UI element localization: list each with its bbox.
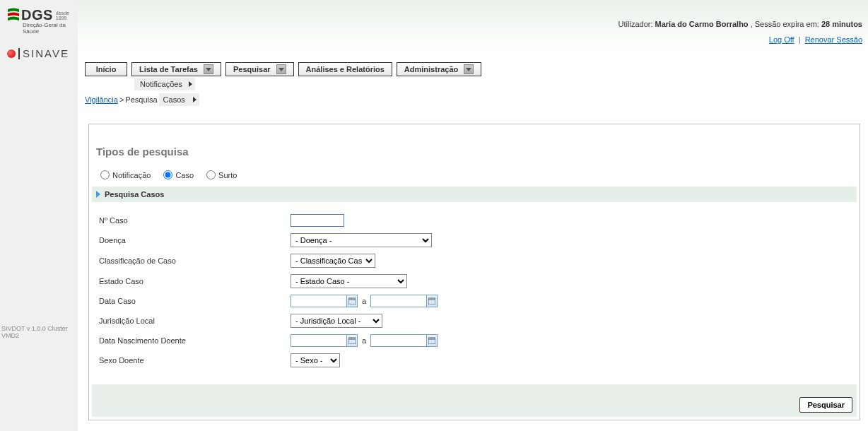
- renew-session-link[interactable]: Renovar Sessão: [805, 35, 862, 44]
- logo-sinave: SINAVE: [7, 47, 78, 59]
- calendar-icon[interactable]: [426, 295, 438, 307]
- chevron-right-icon: [193, 97, 197, 102]
- menu-lista-tarefas[interactable]: Lista de Tarefas: [131, 62, 221, 76]
- label-classificacao: Classificação de Caso: [96, 256, 291, 265]
- search-type-radios: Notificação Caso Surto: [89, 167, 860, 187]
- dropdown-icon: [276, 64, 286, 74]
- menu-analises[interactable]: Análises e Relatórios: [298, 62, 392, 76]
- menu-administracao[interactable]: Administração: [397, 62, 481, 76]
- menu-bar: Início Lista de Tarefas Pesquisar Anális…: [85, 62, 481, 76]
- search-button[interactable]: Pesquisar: [799, 397, 852, 413]
- version-text: SIVDOT v 1.0.0 Cluster VMD2: [1, 325, 78, 339]
- expand-icon: [96, 191, 100, 198]
- sinave-text: SINAVE: [23, 47, 69, 59]
- logoff-link[interactable]: Log Off: [769, 35, 794, 44]
- label-sexo: Sexo Doente: [96, 356, 291, 365]
- select-jurisdicao[interactable]: - Jurisdição Local -: [291, 314, 382, 328]
- svg-rect-2: [428, 298, 435, 305]
- section-header: Pesquisa Casos: [92, 187, 857, 202]
- label-ncaso: Nº Caso: [96, 216, 291, 225]
- menu-inicio[interactable]: Início: [85, 62, 127, 76]
- svg-rect-6: [428, 338, 435, 344]
- calendar-icon[interactable]: [346, 295, 358, 307]
- radio-caso[interactable]: Caso: [163, 170, 194, 179]
- flag-icon: [7, 8, 20, 23]
- label-doenca: Doença: [96, 236, 291, 244]
- radio-surto[interactable]: Surto: [206, 170, 237, 179]
- dgs-subtitle: Direção-Geral da Saúde: [23, 22, 78, 35]
- since-block: desde1899: [56, 11, 69, 20]
- logo-dgs: DGS desde1899 Direção-Geral da Saúde: [7, 7, 78, 35]
- calendar-icon[interactable]: [426, 334, 438, 347]
- input-data-caso-to[interactable]: [370, 295, 427, 307]
- select-sexo[interactable]: - Sexo -: [291, 353, 340, 367]
- svg-rect-0: [348, 298, 356, 305]
- chevron-right-icon: [189, 81, 192, 87]
- sinave-dot-icon: [7, 49, 16, 58]
- dgs-text: DGS: [21, 7, 53, 23]
- panel-title: Tipos de pesquisa: [89, 124, 860, 167]
- breadcrumb-pesquisa: Pesquisa: [125, 95, 157, 104]
- label-estado: Estado Caso: [96, 277, 291, 285]
- breadcrumb-vigilancia[interactable]: Vigilância: [85, 95, 118, 104]
- select-classificacao[interactable]: - Classificação Caso -: [291, 254, 375, 268]
- select-doenca[interactable]: - Doença -: [291, 233, 432, 247]
- submenu-notificacoes[interactable]: Notificações: [134, 78, 195, 90]
- input-nasc-to[interactable]: [370, 334, 427, 347]
- dropdown-icon: [464, 64, 474, 74]
- dropdown-icon: [204, 64, 213, 74]
- username: Maria do Carmo Borralho: [655, 20, 749, 28]
- svg-rect-4: [348, 338, 356, 344]
- sinave-bar-icon: [18, 48, 20, 59]
- search-panel: Tipos de pesquisa Notificação Caso Surto…: [88, 124, 860, 420]
- calendar-icon[interactable]: [346, 334, 358, 347]
- input-nasc-from[interactable]: [291, 334, 347, 347]
- input-data-caso-from[interactable]: [291, 295, 347, 307]
- label-data-caso: Data Caso: [96, 297, 291, 305]
- user-bar: Utilizador: Maria do Carmo Borralho , Se…: [618, 20, 862, 28]
- submenu-casos[interactable]: Casos: [159, 93, 199, 106]
- menu-pesquisar[interactable]: Pesquisar: [225, 62, 294, 76]
- label-jurisdicao: Jurisdição Local: [96, 317, 291, 325]
- select-estado[interactable]: - Estado Caso -: [291, 274, 407, 288]
- label-nascimento: Data Nascimento Doente: [96, 336, 291, 345]
- bottom-zone: [92, 384, 857, 417]
- radio-notificacao[interactable]: Notificação: [100, 170, 151, 179]
- session-time: 28 minutos: [821, 20, 862, 28]
- breadcrumb: Vigilância > Pesquisa Casos: [85, 93, 199, 106]
- input-ncaso[interactable]: [291, 214, 344, 227]
